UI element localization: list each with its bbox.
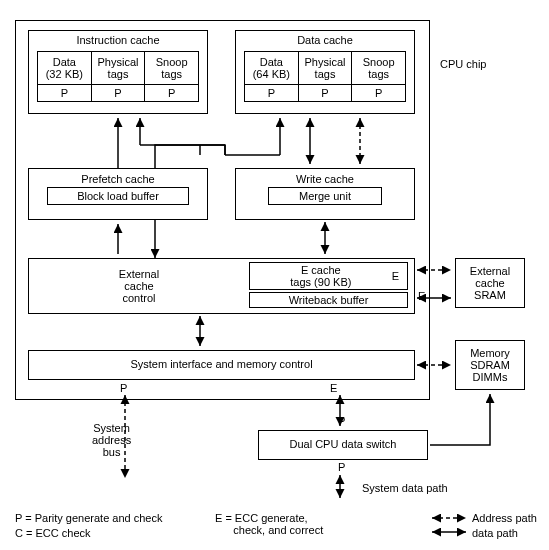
icache-col-data: Data (32 KB) — [38, 52, 92, 84]
dcache-p-2: P — [299, 85, 353, 101]
sysif-title: System interface and memory control — [130, 358, 312, 370]
icache-p-3: P — [145, 85, 198, 101]
dualcpu-top-p: P — [338, 415, 345, 427]
extctrl-wb: Writeback buffer — [249, 292, 408, 308]
external-cache-control: External cache control E cache tags (90 … — [28, 258, 415, 314]
dcache-p-3: P — [352, 85, 405, 101]
dcache-col-phys: Physical tags — [299, 52, 353, 84]
dcache-p-1: P — [245, 85, 299, 101]
data-cache: Data cache Data (64 KB) Physical tags Sn… — [235, 30, 415, 114]
dualcpu-title: Dual CPU data switch — [290, 438, 397, 450]
instruction-cache-title: Instruction cache — [29, 31, 207, 49]
legend-c: C = ECC check — [15, 527, 91, 539]
system-data-path-label: System data path — [362, 482, 448, 494]
dcache-col-data: Data (64 KB) — [245, 52, 299, 84]
writecache-sub: Merge unit — [268, 187, 382, 205]
instruction-cache: Instruction cache Data (32 KB) Physical … — [28, 30, 208, 114]
writecache-title: Write cache — [236, 169, 414, 187]
write-cache: Write cache Merge unit — [235, 168, 415, 220]
icache-col-snoop: Snoop tags — [145, 52, 198, 84]
extctrl-tags: E cache tags (90 KB) — [254, 264, 388, 288]
dual-cpu-data-switch: Dual CPU data switch — [258, 430, 428, 460]
external-cache-sram: External cache SRAM — [455, 258, 525, 308]
system-address-bus-label: System address bus — [92, 422, 131, 458]
dualcpu-bot-p: P — [338, 461, 345, 473]
sysif-e: E — [330, 382, 337, 394]
legend-e: E = ECC generate, check, and correct — [215, 512, 323, 536]
memory-sdram-dimms: Memory SDRAM DIMMs — [455, 340, 525, 390]
icache-col-phys: Physical tags — [92, 52, 146, 84]
diagram-root: CPU chip Instruction cache Data (32 KB) … — [0, 0, 549, 550]
prefetch-cache: Prefetch cache Block load buffer — [28, 168, 208, 220]
data-cache-title: Data cache — [236, 31, 414, 49]
prefetch-sub: Block load buffer — [47, 187, 189, 205]
legend-p: P = Parity generate and check — [15, 512, 162, 524]
cpu-chip-label: CPU chip — [440, 58, 486, 70]
extctrl-side-e: E — [418, 290, 425, 302]
legend-addr: Address path — [472, 512, 537, 524]
dcache-col-snoop: Snoop tags — [352, 52, 405, 84]
icache-p-2: P — [92, 85, 146, 101]
extctrl-tags-e: E — [388, 270, 403, 282]
legend-data: data path — [472, 527, 518, 539]
prefetch-title: Prefetch cache — [29, 169, 207, 187]
sysif-p: P — [120, 382, 127, 394]
icache-p-1: P — [38, 85, 92, 101]
system-interface-memory-control: System interface and memory control — [28, 350, 415, 380]
extctrl-title: External cache control — [29, 259, 249, 313]
